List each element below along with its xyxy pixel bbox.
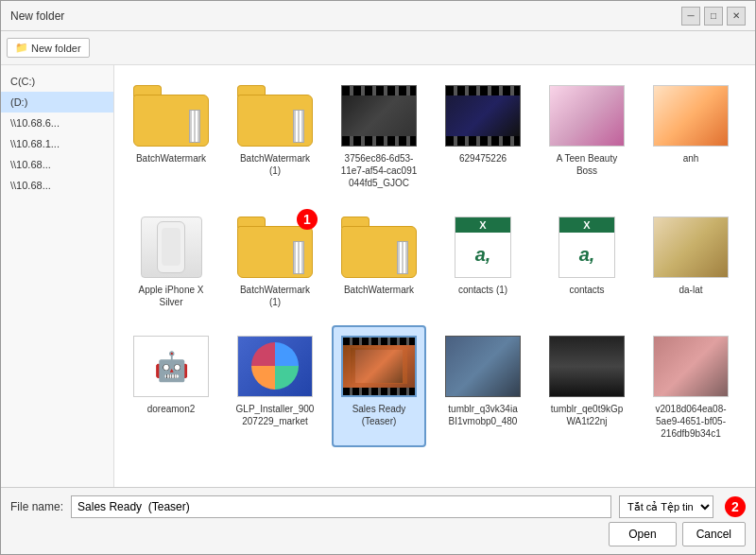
file-thumb [341,214,417,280]
file-label: tumblr_q3vk34ia BI1vmobp0_480 [443,403,523,427]
file-label: GLP_Installer_900 207229_market [235,403,315,427]
file-thumb: 1 [237,214,313,280]
content-area: BatchWatermark BatchWatermark (1) [114,65,755,487]
image-thumb [653,85,729,147]
file-thumb [653,333,729,399]
file-item-batchwatermark3[interactable]: BatchWatermark [332,206,426,316]
sidebar: C(C:) (D:) \\10.68.6... \\10.68.1... \\1… [1,65,114,487]
file-thumb [549,333,625,399]
file-label: 3756ec86-6d53-11e7-af54-cac091 044fd5_GJ… [339,152,419,189]
open-button[interactable]: Open [609,522,676,546]
file-label: da-lat [679,284,702,296]
image-thumb [653,336,729,397]
image-thumb [141,217,202,278]
folder-icon: 📁 [15,42,28,54]
file-label: Sales Ready (Teaser) [339,403,419,427]
image-thumb: 🤖 [133,336,209,397]
file-item-629[interactable]: 629475226 [436,75,530,197]
image-thumb [549,85,625,147]
file-item-batchwatermark-badge[interactable]: 1 BatchWatermark (1) [228,206,322,316]
file-label: BatchWatermark [136,152,206,165]
toolbar: 📁 New folder [1,31,755,65]
file-label: anh [683,152,699,165]
file-thumb [133,82,209,148]
file-item-doraemon[interactable]: 🤖 doreamon2 [124,325,218,447]
file-label: contacts [569,284,604,296]
file-item-contacts[interactable]: X a, contacts [540,206,634,316]
file-thumb [445,333,521,399]
file-label: contacts (1) [458,284,507,296]
file-thumb [133,214,209,280]
file-item-beauty[interactable]: A Teen Beauty Boss [540,75,634,197]
files-grid: BatchWatermark BatchWatermark (1) [124,75,746,447]
button-bar: Open Cancel [1,522,755,554]
sidebar-item-network4[interactable]: \\10.68... [1,175,113,196]
new-folder-button[interactable]: 📁 New folder [7,38,90,58]
sidebar-item-c[interactable]: C(C:) [1,71,113,92]
badge-2: 2 [725,496,746,517]
file-item-batchwatermark1[interactable]: BatchWatermark [124,75,218,197]
file-label: BatchWatermark [344,284,414,296]
excel-icon: X a, [558,217,615,278]
filename-bar: File name: Tắt cả Tệp tin 2 [1,487,755,522]
file-item-dalat[interactable]: da-lat [644,206,738,316]
file-label: doreamon2 [147,403,196,415]
file-thumb [237,333,313,399]
file-thumb [237,82,313,148]
minimize-button[interactable]: ─ [681,7,700,26]
excel-icon: X a, [455,217,511,278]
file-item-v2018[interactable]: v2018d064ea08-5ae9-4651-bf05-216dfb9b34c… [644,325,738,447]
file-label: 629475226 [459,152,507,165]
file-thumb: X a, [445,214,521,280]
image-thumb [445,336,521,397]
video-inner [343,345,415,388]
file-item-iphone[interactable]: Apple iPhone X Silver [124,206,218,316]
file-thumb [653,214,729,280]
file-label: BatchWatermark (1) [235,284,315,308]
file-item-sales-ready[interactable]: Sales Ready (Teaser) [332,325,426,447]
file-label: Apple iPhone X Silver [131,284,211,308]
file-item-anh[interactable]: anh [644,75,738,197]
filetype-select[interactable]: Tắt cả Tệp tin [619,495,713,518]
image-thumb [237,336,313,397]
filename-input[interactable] [71,495,611,518]
sidebar-item-network2[interactable]: \\10.68.1... [1,133,113,154]
folder-icon [341,217,417,278]
sidebar-item-network1[interactable]: \\10.68.6... [1,113,113,133]
maximize-button[interactable]: □ [704,7,723,26]
file-thumb [549,82,625,148]
cancel-button[interactable]: Cancel [682,522,746,546]
image-thumb [549,336,625,397]
file-open-dialog: New folder ─ □ ✕ 📁 New folder C(C:) (D:)… [0,0,756,555]
file-item-tumblr1[interactable]: tumblr_q3vk34ia BI1vmobp0_480 [436,325,530,447]
file-label: v2018d064ea08-5ae9-4651-bf05-216dfb9b34c… [651,403,730,440]
file-item-3756[interactable]: 3756ec86-6d53-11e7-af54-cac091 044fd5_GJ… [332,75,426,197]
file-thumb [341,333,417,399]
title-bar-left: New folder [10,9,64,23]
file-item-contacts1[interactable]: X a, contacts (1) [436,206,530,316]
video-thumb [341,85,417,147]
file-item-tumblr2[interactable]: tumblr_qe0t9kGp WA1t22nj [540,325,634,447]
dialog-title: New folder [10,9,64,23]
file-label: BatchWatermark (1) [235,152,315,177]
file-thumb: 🤖 [133,333,209,399]
close-button[interactable]: ✕ [727,7,746,26]
file-item-batchwatermark2[interactable]: BatchWatermark (1) [228,75,322,197]
filename-label: File name: [10,500,63,513]
sidebar-item-network3[interactable]: \\10.68... [1,154,113,175]
sidebar-item-d[interactable]: (D:) [1,92,113,113]
file-thumb [653,82,729,148]
file-thumb: X a, [549,214,625,280]
video-thumb [445,85,521,147]
file-thumb [445,82,521,148]
video-sales-thumb [341,336,417,397]
image-thumb [653,217,729,278]
badge-1: 1 [297,209,318,230]
file-thumb [341,82,417,148]
title-bar: New folder ─ □ ✕ [1,1,755,31]
file-label: tumblr_qe0t9kGp WA1t22nj [547,403,627,427]
title-controls: ─ □ ✕ [681,7,746,26]
main-area: C(C:) (D:) \\10.68.6... \\10.68.1... \\1… [1,65,755,487]
file-item-glp[interactable]: GLP_Installer_900 207229_market [228,325,322,447]
file-label: A Teen Beauty Boss [547,152,627,177]
